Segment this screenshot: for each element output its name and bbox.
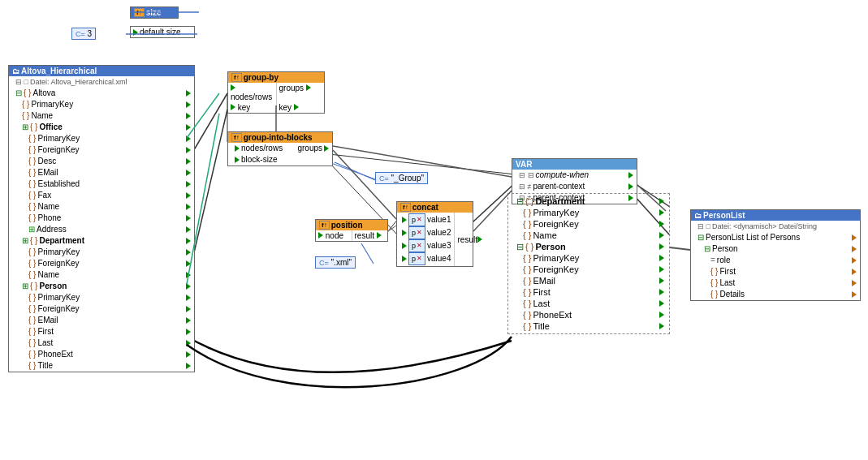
lt-person[interactable]: ⊞ { } Person (9, 281, 194, 292)
lt-office[interactable]: ⊞ { } Office (9, 122, 194, 133)
lt-office-name[interactable]: { } Name (9, 201, 194, 213)
left-file-label: Datei: Altova_Hierarchical.xml (30, 76, 127, 88)
lt-person-first[interactable]: { } First (9, 326, 194, 337)
gib-blocksize-label: block-size (241, 154, 277, 166)
position-result-label: result (355, 231, 374, 240)
lt-person-fk[interactable]: { } ForeignKey (9, 303, 194, 315)
var-parent-ctx1: ⊟ ≠ parent-context (512, 181, 637, 192)
gib-row2: block-size (228, 154, 332, 166)
default-size-node[interactable]: default size (130, 26, 195, 38)
lt-name[interactable]: { } Name (9, 110, 194, 122)
size-header: f↑ size (131, 7, 178, 18)
position-header: f↑ position (316, 220, 387, 230)
groupby-key-in-label: key (238, 103, 251, 112)
const-group-box[interactable]: C= "_Group" (375, 172, 428, 184)
const-3-box[interactable]: C= 3 (71, 28, 96, 40)
lt-office-pk[interactable]: { } PrimaryKey (9, 133, 194, 144)
rt-person[interactable]: ⊟ { } Person (510, 241, 667, 252)
concat-v1: p ✕ value1 (400, 213, 451, 226)
rt-person-phoneext[interactable]: { } PhoneExt (510, 309, 667, 320)
pl-role[interactable]: = role (691, 255, 860, 266)
person-list-person-label: Person (712, 243, 738, 255)
lt-office-address[interactable]: ⊞ Address (9, 224, 194, 235)
person-list-header: 🗂 PersonList (691, 210, 860, 221)
rt-person-email[interactable]: { } EMail (510, 275, 667, 286)
rt-person-fk[interactable]: { } ForeignKey (510, 264, 667, 275)
groupby-nodes-arrow (231, 84, 235, 91)
person-list-list[interactable]: ⊟ PersonList List of Persons (691, 232, 860, 243)
right-tree-dashed: ⊟ { } Department { } PrimaryKey { } Fore… (507, 193, 670, 334)
default-size-label: default size (140, 28, 181, 37)
person-list-list-label: PersonList List of Persons (706, 232, 800, 243)
rt-person-title[interactable]: { } Title (510, 320, 667, 332)
left-tree-header: 🗂 Altova_Hierarchical (9, 66, 194, 76)
concat-result-label: result (457, 235, 477, 244)
var-header: VAR (512, 159, 637, 170)
lt-department[interactable]: ⊞ { } Department (9, 235, 194, 247)
rt-person-last[interactable]: { } Last (510, 298, 667, 309)
concat-v4: p ✕ value4 (400, 252, 451, 265)
rt-dept-pk[interactable]: { } PrimaryKey (510, 207, 667, 218)
rt-person-pk[interactable]: { } PrimaryKey (510, 252, 667, 264)
pl-details[interactable]: { } Details (691, 289, 860, 300)
lt-person-pk[interactable]: { } PrimaryKey (9, 292, 194, 303)
position-label: position (331, 221, 363, 230)
group-into-blocks-node[interactable]: f↑ group-into-blocks nodes/rows groups b… (227, 131, 333, 166)
group-by-row1: nodes/rows groups (228, 83, 324, 102)
lt-office-desc[interactable]: { } Desc (9, 156, 194, 167)
size-node[interactable]: f↑ size (130, 6, 179, 19)
pl-last[interactable]: { } Last (691, 277, 860, 289)
concat-v3: p ✕ value3 (400, 239, 451, 252)
lt-person-phoneext[interactable]: { } PhoneExt (9, 349, 194, 360)
lt-office-fk[interactable]: { } ForeignKey (9, 144, 194, 156)
const-xml-value: ".xml" (331, 258, 352, 267)
gib-row1: nodes/rows groups (228, 143, 332, 154)
lt-person-last[interactable]: { } Last (9, 337, 194, 349)
group-by-node[interactable]: f↑ group-by nodes/rows groups key key (227, 71, 325, 114)
canvas: f↑ size default size C= 3 🗂 Altova_Hiera… (0, 0, 868, 460)
position-node[interactable]: f↑ position node result (315, 219, 388, 242)
person-list-node: 🗂 PersonList ⊟ □ Datei: <dynamisch> Date… (690, 209, 861, 301)
altova-label: Altova (32, 88, 55, 99)
lt-office-established[interactable]: { } Established (9, 178, 194, 190)
rt-person-first[interactable]: { } First (510, 286, 667, 298)
pl-first[interactable]: { } First (691, 266, 860, 277)
size-label: size (146, 8, 162, 17)
lt-office-email[interactable]: { } EMail (9, 167, 194, 178)
concat-label: concat (412, 203, 438, 212)
lt-office-phone[interactable]: { } Phone (9, 213, 194, 224)
lt-office-fax[interactable]: { } Fax (9, 190, 194, 201)
person-list-title: PersonList (703, 211, 745, 220)
lt-dept-fk[interactable]: { } ForeignKey (9, 258, 194, 269)
concat-body: p ✕ value1 p ✕ value2 p ✕ value3 p ✕ val… (397, 213, 473, 266)
person-list-datei: ⊟ □ Datei: <dynamisch> Datei/String (691, 221, 860, 232)
concat-header: f↑ concat (397, 202, 473, 213)
lt-person-title[interactable]: { } Title (9, 360, 194, 372)
left-tree-file: ⊟ □ Datei: Altova_Hierarchical.xml (9, 76, 194, 88)
rt-dept-fk[interactable]: { } ForeignKey (510, 218, 667, 230)
concat-node[interactable]: f↑ concat p ✕ value1 p ✕ value2 p ✕ valu… (396, 201, 473, 267)
group-by-header: f↑ group-by (228, 72, 324, 83)
const-xml-box[interactable]: C= ".xml" (315, 256, 356, 269)
lt-person-email[interactable]: { } EMail (9, 315, 194, 326)
lt-dept-pk[interactable]: { } PrimaryKey (9, 247, 194, 258)
groupby-groups-col: groups (277, 83, 325, 102)
rt-dept-name[interactable]: { } Name (510, 230, 667, 241)
left-tree-title: Altova_Hierarchical (21, 67, 97, 75)
left-tree: 🗂 Altova_Hierarchical ⊟ □ Datei: Altova_… (8, 65, 195, 372)
altova-row[interactable]: ⊟ { } Altova (9, 88, 194, 99)
lt-primarykey[interactable]: { } PrimaryKey (9, 99, 194, 110)
svg-line-8 (329, 162, 378, 180)
person-list-person[interactable]: ⊟ Person (691, 243, 860, 255)
gib-nodes-label: nodes/rows (241, 143, 283, 154)
svg-line-17 (335, 162, 375, 180)
group-into-blocks-header: f↑ group-into-blocks (228, 132, 332, 143)
rt-dept[interactable]: ⊟ { } Department (510, 196, 667, 207)
var-label: VAR (516, 160, 532, 169)
group-by-row2: key key (228, 102, 324, 113)
lt-dept-name[interactable]: { } Name (9, 269, 194, 281)
svg-line-20 (388, 226, 396, 231)
default-size-arrow (133, 29, 138, 36)
gib-groups-label: groups (297, 143, 322, 154)
var-compute-when: ⊟ ⊟ compute-when (512, 170, 637, 181)
